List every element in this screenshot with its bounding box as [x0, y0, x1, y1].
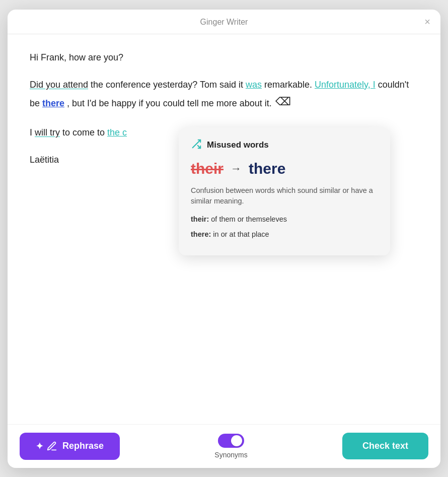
title-bar: Ginger Writer × [8, 10, 440, 34]
bottom-bar: ✦ Rephrase Synonyms Check text [8, 424, 440, 468]
plain-text-5: I [30, 127, 35, 138]
tooltip-description: Confusion between words which sound simi… [191, 185, 378, 208]
the-c-link[interactable]: the c [107, 127, 127, 138]
did-you-attend-text: Did you attend [30, 80, 88, 90]
rephrase-label: Rephrase [62, 441, 104, 451]
def2-word: there: [191, 230, 211, 238]
check-text-button[interactable]: Check text [342, 433, 428, 459]
paragraph-1: Did you attend the conference yesterday?… [30, 77, 418, 111]
shuffle-icon [191, 139, 202, 152]
def1-text: of them or themseleves [211, 215, 287, 223]
app-title: Ginger Writer [200, 18, 248, 26]
cursor-icon: ⌫ [275, 92, 291, 111]
plain-text-6: to come to [62, 127, 107, 138]
rephrase-icon: ✦ [36, 441, 43, 452]
will-try-text: will try [35, 127, 60, 138]
tooltip-def-1: their: of them or themseleves [191, 214, 378, 225]
plain-text-2: remarkable. [264, 80, 315, 90]
pen-icon [46, 441, 57, 452]
rephrase-button[interactable]: ✦ Rephrase [20, 433, 120, 460]
tooltip-title: Misused words [207, 140, 269, 150]
synonyms-toggle[interactable] [218, 434, 244, 448]
unfortunately-link[interactable]: Unfortunately, I [315, 80, 376, 90]
there-error-word[interactable]: there [42, 98, 64, 108]
synonyms-label: Synonyms [214, 451, 247, 459]
word-correction: their → there [191, 160, 378, 177]
was-link[interactable]: was [246, 80, 262, 90]
wrong-word: their [191, 160, 223, 177]
def2-text: in or at that place [213, 230, 269, 238]
plain-text-1: the conference yesterday? Tom said it [91, 80, 246, 90]
toggle-thumb [231, 435, 242, 446]
toggle-container[interactable] [218, 434, 244, 448]
main-window: Ginger Writer × Hi Frank, how are you? D… [8, 10, 440, 468]
close-button[interactable]: × [424, 17, 430, 27]
correct-word: there [249, 160, 285, 177]
tooltip-header: Misused words [191, 139, 378, 152]
content-area: Hi Frank, how are you? Did you attend th… [8, 34, 440, 424]
tooltip-def-2: there: in or at that place [191, 229, 378, 240]
def1-word: their: [191, 215, 209, 223]
tooltip-popup: Misused words their → there Confusion be… [179, 127, 390, 255]
synonyms-section: Synonyms [214, 434, 247, 459]
plain-text-4: , but I'd be happy if you could tell me … [67, 98, 272, 108]
arrow-icon: → [231, 162, 242, 175]
greeting-text: Hi Frank, how are you? [30, 52, 418, 63]
